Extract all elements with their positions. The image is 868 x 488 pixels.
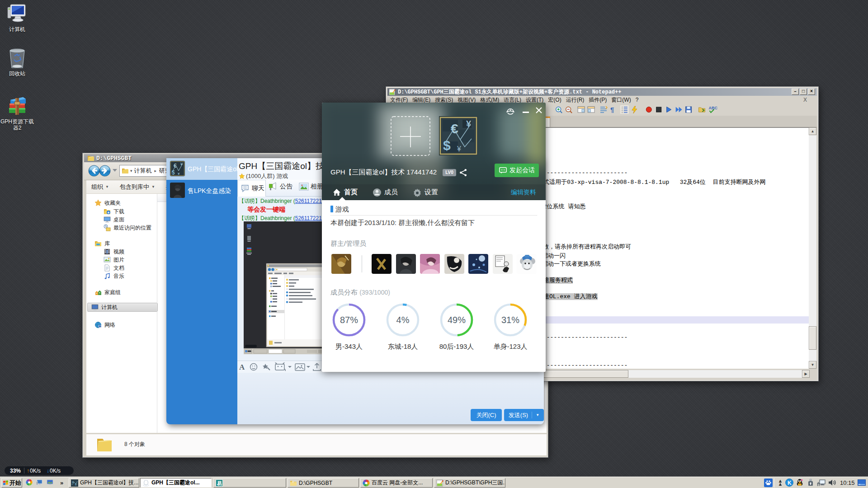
svg-text:易: 易	[217, 480, 222, 486]
svg-text:¶: ¶	[610, 106, 614, 113]
svg-text:€: €	[451, 121, 458, 136]
svg-text:A: A	[239, 363, 245, 371]
svg-text:$: $	[172, 169, 175, 176]
svg-text:¥: ¥	[177, 172, 180, 176]
svg-text:ABC: ABC	[709, 106, 718, 110]
svg-text:¥: ¥	[457, 145, 461, 153]
svg-text:K: K	[788, 480, 792, 486]
